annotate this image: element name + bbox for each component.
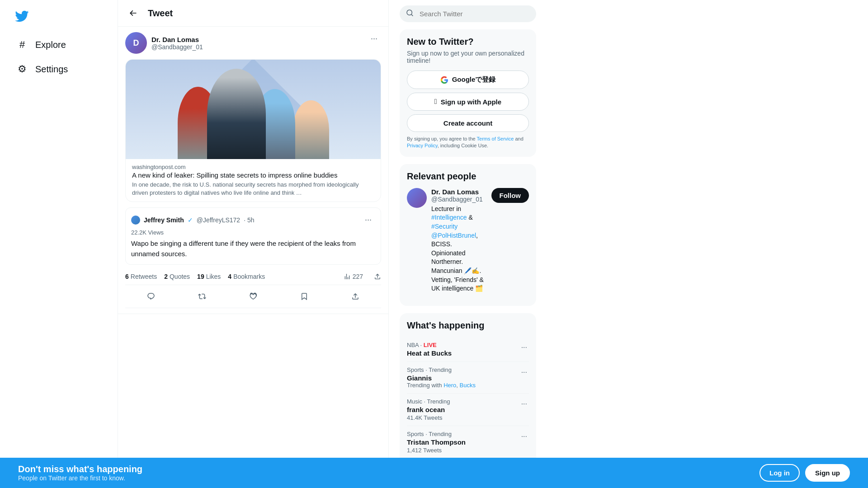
- banner-text: Don't miss what's happening People on Tw…: [18, 464, 142, 482]
- sidebar-item-settings[interactable]: ⚙ Settings: [9, 58, 108, 80]
- bio-mid: &: [467, 214, 473, 221]
- banner-subtitle: People on Twitter are the first to know.: [18, 474, 142, 482]
- search-input[interactable]: [400, 5, 536, 22]
- google-icon: [440, 76, 448, 84]
- quoted-avatar: [131, 216, 140, 225]
- tweet-author-info: D Dr. Dan Lomas @Sandbagger_01: [125, 32, 203, 54]
- main-tweet-card: D Dr. Dan Lomas @Sandbagger_01 ···: [118, 27, 388, 314]
- verified-badge-icon: ✓: [188, 216, 193, 224]
- back-button[interactable]: [125, 5, 141, 21]
- link-preview-body: washingtonpost.com A new kind of leaker:…: [126, 159, 381, 202]
- giannis-more-button[interactable]: ···: [519, 366, 529, 378]
- person-center: [207, 69, 266, 159]
- author-handle: @Sandbagger_01: [151, 43, 203, 51]
- views-icon: [344, 273, 351, 280]
- views-count: 227: [353, 273, 363, 280]
- relevant-person-bio: Lecturer in #Intelligence & #Security @P…: [431, 205, 487, 293]
- relevant-person-handle: @Sandbagger_01: [431, 196, 487, 203]
- twitter-logo[interactable]: [9, 5, 108, 30]
- tristan-name: Tristan Thompson: [407, 438, 466, 446]
- retweets-count: 6: [125, 273, 129, 280]
- apple-btn-label: Sign up with Apple: [441, 98, 501, 106]
- bio-text: Lecturer in: [431, 205, 461, 212]
- tweet-author-avatar[interactable]: D: [125, 32, 147, 54]
- apple-icon: : [434, 98, 437, 106]
- trending-item-nba[interactable]: NBA · LIVE Heat at Bucks ···: [407, 337, 529, 362]
- trending-nba-info: NBA · LIVE Heat at Bucks: [407, 342, 452, 357]
- sidebar-item-explore[interactable]: # Explore: [9, 33, 108, 56]
- google-signup-button[interactable]: Googleで登録: [407, 70, 529, 89]
- tweet-more-button[interactable]: ···: [367, 32, 381, 45]
- share-icon: [374, 273, 381, 280]
- giannis-with: Trending with Hero, Bucks: [407, 382, 476, 389]
- share-stat[interactable]: [374, 273, 381, 280]
- create-btn-label: Create account: [443, 119, 492, 127]
- bio-security-link[interactable]: #Security: [431, 223, 458, 230]
- likes-count: 19: [197, 273, 204, 280]
- like-button[interactable]: [245, 289, 261, 304]
- quoted-time: · 5h: [244, 216, 254, 224]
- banner-actions: Log in Sign up: [760, 464, 850, 482]
- tweet-stats-row: 6 Retweets 2 Quotes 19 Likes 4 Bookmarks: [125, 268, 381, 285]
- frank-ocean-more-button[interactable]: ···: [519, 398, 529, 410]
- quoted-more-button[interactable]: ···: [361, 213, 375, 226]
- nba-more-button[interactable]: ···: [519, 342, 529, 353]
- terms-of-service-link[interactable]: Terms of Service: [477, 136, 514, 141]
- trending-item-tristan[interactable]: Sports · Trending Tristan Thompson 1,412…: [407, 426, 529, 458]
- explore-icon: #: [16, 39, 28, 51]
- bookmarks-label: Bookmarks: [233, 273, 265, 280]
- search-bar: [400, 5, 536, 22]
- twitter-bird-icon: [14, 9, 29, 23]
- banner-title: Don't miss what's happening: [18, 464, 142, 474]
- bookmark-button[interactable]: [297, 289, 312, 304]
- retweets-label: Retweets: [131, 273, 157, 280]
- tweet-page-title: Tweet: [148, 8, 173, 19]
- frank-ocean-name: frank ocean: [407, 406, 450, 413]
- left-sidebar: # Explore ⚙ Settings: [0, 0, 118, 488]
- avatar-placeholder: D: [125, 32, 147, 54]
- privacy-policy-link[interactable]: Privacy Policy: [407, 143, 438, 148]
- apple-signup-button[interactable]:  Sign up with Apple: [407, 93, 529, 111]
- retweets-stat: 6 Retweets: [125, 273, 157, 280]
- persons-container: [178, 60, 329, 159]
- frank-ocean-info: Music · Trending frank ocean 41.4K Tweet…: [407, 398, 450, 421]
- bio-rest: , BCISS. Opinionated Northerner. Mancuni…: [431, 232, 484, 292]
- link-source: washingtonpost.com: [132, 164, 374, 170]
- reply-button[interactable]: [143, 289, 159, 304]
- quoted-author-row: Jeffrey Smith ✓ @JeffreyLS172 · 5h ···: [131, 213, 375, 226]
- trending-item-frank-ocean[interactable]: Music · Trending frank ocean 41.4K Tweet…: [407, 394, 529, 426]
- tristan-info: Sports · Trending Tristan Thompson 1,412…: [407, 431, 466, 454]
- views-stat: 227: [344, 273, 363, 280]
- likes-stat: 19 Likes: [197, 273, 221, 280]
- bookmarks-count: 4: [228, 273, 231, 280]
- relevant-person-avatar[interactable]: [407, 188, 427, 208]
- trending-item-giannis[interactable]: Sports · Trending Giannis Trending with …: [407, 362, 529, 394]
- link-desc: In one decade, the risk to U.S. national…: [132, 181, 374, 197]
- retweet-icon: [198, 292, 206, 300]
- new-twitter-title: New to Twitter?: [407, 37, 529, 47]
- quoted-tweet[interactable]: Jeffrey Smith ✓ @JeffreyLS172 · 5h ··· 2…: [125, 207, 381, 265]
- settings-icon: ⚙: [16, 63, 28, 75]
- author-name-group: Dr. Dan Lomas @Sandbagger_01: [151, 36, 203, 51]
- create-account-button[interactable]: Create account: [407, 114, 529, 132]
- relevant-people-title: Relevant people: [407, 171, 529, 182]
- snowden-image: [126, 60, 381, 159]
- login-button[interactable]: Log in: [760, 464, 800, 482]
- quotes-count: 2: [164, 273, 168, 280]
- retweet-button[interactable]: [194, 289, 210, 304]
- follow-button[interactable]: Follow: [491, 188, 529, 203]
- tweet-actions-row: [125, 285, 381, 308]
- quotes-stat: 2 Quotes: [164, 273, 190, 280]
- like-icon: [249, 292, 257, 300]
- bio-polhist-link[interactable]: @PolHistBrunel: [431, 232, 476, 239]
- hero-link[interactable]: Hero: [443, 382, 456, 389]
- bucks-link[interactable]: Bucks: [460, 382, 476, 389]
- share-button[interactable]: [348, 289, 363, 304]
- bottom-banner: Don't miss what's happening People on Tw…: [0, 458, 868, 488]
- signup-button[interactable]: Sign up: [805, 464, 850, 482]
- new-twitter-desc: Sign up now to get your own personalized…: [407, 50, 529, 64]
- frank-ocean-category: Music · Trending: [407, 398, 450, 405]
- search-icon: [406, 9, 414, 19]
- tristan-more-button[interactable]: ···: [519, 431, 529, 442]
- bio-intelligence-link[interactable]: #Intelligence: [431, 214, 467, 221]
